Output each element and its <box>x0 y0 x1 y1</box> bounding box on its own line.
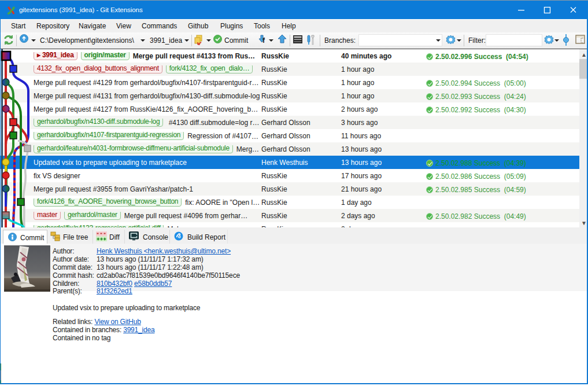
svg-text:f: f <box>262 36 265 45</box>
